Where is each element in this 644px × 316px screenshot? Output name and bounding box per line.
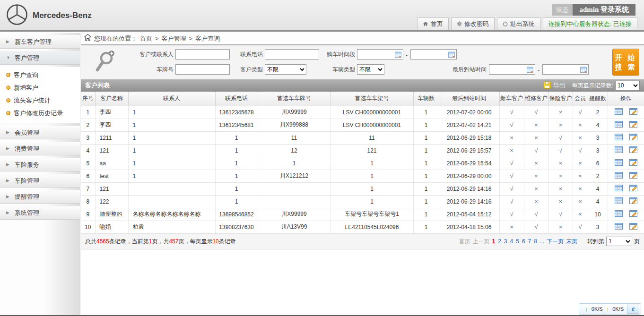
col-member: 会员 — [573, 92, 588, 106]
sidebar-item-customer-query[interactable]: 客户查询 — [0, 68, 80, 81]
last-visit-from-input[interactable] — [489, 64, 535, 75]
view-detail-icon[interactable] — [615, 172, 623, 180]
sidebar-item-reminder-mgmt[interactable]: ▶ 提醒管理 — [0, 190, 80, 204]
cell-repair-customer: × — [524, 157, 548, 170]
customer-type-select[interactable]: 不限 — [265, 64, 306, 75]
cell-contact: 柏震 — [128, 221, 215, 233]
sidebar-item-label: 客户管理 — [15, 51, 39, 65]
purchase-date-to-input[interactable] — [410, 49, 457, 60]
view-detail-icon[interactable] — [615, 159, 623, 167]
plate-input[interactable] — [175, 64, 230, 75]
cell-customer-name: 喻娟 — [95, 221, 128, 233]
pagination-first[interactable]: 首页 — [459, 238, 470, 246]
view-detail-icon[interactable] — [615, 121, 623, 129]
sidebar-item-insurance-service[interactable]: ▶ 车险服务 — [0, 158, 80, 171]
edit-icon[interactable] — [629, 134, 637, 142]
pagination-ellipsis[interactable]: ... — [540, 238, 544, 245]
pagination-prev[interactable]: 上一页 — [472, 238, 489, 246]
cell-phone: 1 — [215, 131, 258, 144]
search-button-line1: 开 始 — [613, 53, 639, 62]
pagination-page-4[interactable]: 4 — [510, 238, 513, 245]
sidebar-item-insurance-mgmt[interactable]: ▶ 车险管理 — [0, 174, 80, 188]
pagination-page-2[interactable]: 2 — [498, 238, 501, 245]
edit-icon[interactable] — [629, 108, 637, 116]
edit-icon[interactable] — [629, 159, 637, 167]
export-button[interactable]: 导出 — [543, 81, 566, 90]
pagination-page-6[interactable]: 6 — [522, 238, 525, 245]
view-detail-icon[interactable] — [615, 146, 623, 154]
cell-phone: 13698546852 — [215, 208, 258, 221]
phone-label: 联系电话 — [235, 49, 263, 60]
pagination-page-8[interactable]: 8 — [534, 238, 537, 245]
sidebar-item-new-car-customer-mgmt[interactable]: ▶ 新车客户管理 — [0, 35, 80, 49]
nav-tab-change-password[interactable]: 修改密码 — [451, 17, 495, 30]
customer-or-contact-input[interactable] — [175, 49, 230, 60]
breadcrumb-item-home[interactable]: 首页 — [140, 33, 152, 45]
edit-icon[interactable] — [629, 146, 637, 154]
page-size-label: 每页显示记录数: — [572, 82, 613, 90]
cell-phone: 1 — [215, 182, 258, 195]
chevron-right-icon: ▶ — [6, 142, 10, 155]
calendar-icon[interactable] — [580, 67, 587, 73]
sidebar-item-member-mgmt[interactable]: ▶ 会员管理 — [0, 126, 80, 139]
pagination-last[interactable]: 末页 — [566, 238, 577, 246]
cell-plate: 11 — [258, 131, 331, 144]
gear-icon — [457, 21, 462, 28]
breadcrumb-item-customer-query[interactable]: 客户查询 — [195, 33, 220, 45]
ie-browser-icon[interactable]: e — [627, 305, 639, 314]
cell-operations — [608, 221, 644, 233]
nav-tab-home-label: 首页 — [431, 20, 443, 28]
breadcrumb-separator: > — [189, 33, 193, 45]
view-detail-icon[interactable] — [615, 223, 623, 231]
cell-customer-name: 李四 — [95, 106, 128, 119]
page-size-select[interactable]: 10 — [615, 81, 640, 90]
sidebar-item-system-mgmt[interactable]: ▶ 系统管理 — [0, 206, 80, 220]
edit-icon[interactable] — [629, 172, 637, 180]
cell-new-customer: × — [499, 131, 524, 144]
goto-page-select[interactable]: 1 — [606, 237, 632, 246]
pagination-page-1[interactable]: 1 — [492, 238, 495, 245]
sidebar-item-customer-edit-history[interactable]: 客户修改历史记录 — [0, 107, 80, 120]
vehicle-type-select[interactable]: 不限 — [357, 64, 384, 75]
view-detail-icon[interactable] — [615, 108, 623, 116]
view-detail-icon[interactable] — [615, 210, 623, 218]
pagination-page-3[interactable]: 3 — [504, 238, 507, 245]
view-detail-icon[interactable] — [615, 197, 623, 205]
calendar-icon[interactable] — [527, 67, 533, 73]
summary-total-pages: 457 — [169, 238, 178, 245]
sidebar-item-consumption-mgmt[interactable]: ▶ 消费管理 — [0, 142, 80, 155]
breadcrumb-item-customer-mgmt[interactable]: 客户管理 — [162, 33, 186, 45]
pagination-page-7[interactable]: 7 — [528, 238, 531, 245]
export-label: 导出 — [553, 81, 566, 90]
nav-tab-logout[interactable]: 退出系统 — [497, 17, 540, 30]
search-panel: 客户或联系人 联系电话 购车时间段 - — [81, 45, 644, 79]
cell-vehicle-count: 1 — [413, 170, 439, 182]
start-search-button[interactable]: 开 始 搜 索 — [612, 49, 639, 76]
calendar-icon[interactable] — [395, 51, 401, 58]
nav-tab-home[interactable]: 首页 — [417, 17, 449, 30]
sidebar-item-customer-mgmt[interactable]: ▼ 客户管理 — [0, 51, 80, 65]
edit-icon[interactable] — [629, 210, 637, 218]
sidebar-item-lost-customer-stats[interactable]: 流失客户统计 — [0, 94, 80, 107]
purchase-date-from-input[interactable] — [357, 49, 403, 60]
vehicle-type-label: 车辆类型 — [320, 64, 355, 75]
view-detail-icon[interactable] — [615, 134, 623, 142]
edit-icon[interactable] — [629, 121, 637, 129]
phone-input[interactable] — [265, 49, 319, 60]
calendar-icon[interactable] — [448, 51, 455, 58]
pagination-page-5[interactable]: 5 — [516, 238, 519, 245]
cell-operations — [608, 182, 644, 195]
brand: Mercedes-Benz — [6, 3, 92, 28]
pagination-next[interactable]: 下一页 — [547, 238, 564, 246]
cell-insurance-customer: × — [548, 170, 573, 182]
col-reminder-count: 提醒数 — [588, 92, 608, 106]
chevron-right-icon: ▶ — [6, 126, 10, 139]
submenu-item-label: 流失客户统计 — [14, 94, 51, 107]
edit-icon[interactable] — [629, 197, 637, 205]
last-visit-to-input[interactable] — [542, 64, 589, 75]
sidebar-item-add-customer[interactable]: 新增客户 — [0, 81, 80, 94]
edit-icon[interactable] — [629, 223, 637, 231]
cell-reminder-count: 2 — [588, 170, 608, 182]
edit-icon[interactable] — [629, 185, 637, 193]
view-detail-icon[interactable] — [615, 185, 623, 193]
